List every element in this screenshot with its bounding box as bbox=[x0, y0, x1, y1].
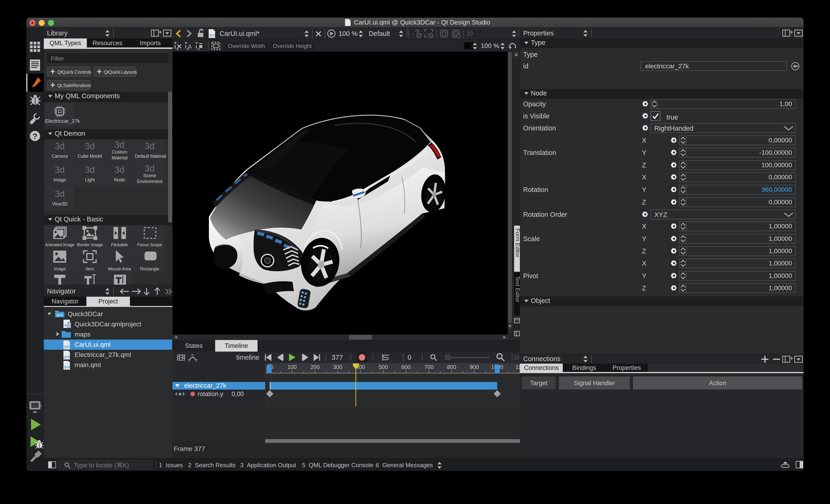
svg-text:500: 500 bbox=[379, 364, 388, 370]
svg-text:qml: qml bbox=[64, 355, 70, 359]
svg-text:600: 600 bbox=[401, 364, 411, 370]
svg-text:qml: qml bbox=[64, 345, 70, 349]
svg-text:qml: qml bbox=[64, 365, 70, 369]
svg-text:700: 700 bbox=[424, 364, 434, 370]
svg-text:800: 800 bbox=[447, 364, 456, 370]
svg-text:qml: qml bbox=[209, 33, 215, 37]
svg-text:qml: qml bbox=[56, 313, 63, 317]
svg-text:11: 11 bbox=[515, 364, 520, 370]
svg-text:200: 200 bbox=[310, 364, 320, 370]
svg-text:900: 900 bbox=[470, 364, 479, 370]
svg-text:300: 300 bbox=[333, 364, 342, 370]
svg-text:100: 100 bbox=[287, 364, 297, 370]
svg-text:A: A bbox=[188, 43, 192, 50]
